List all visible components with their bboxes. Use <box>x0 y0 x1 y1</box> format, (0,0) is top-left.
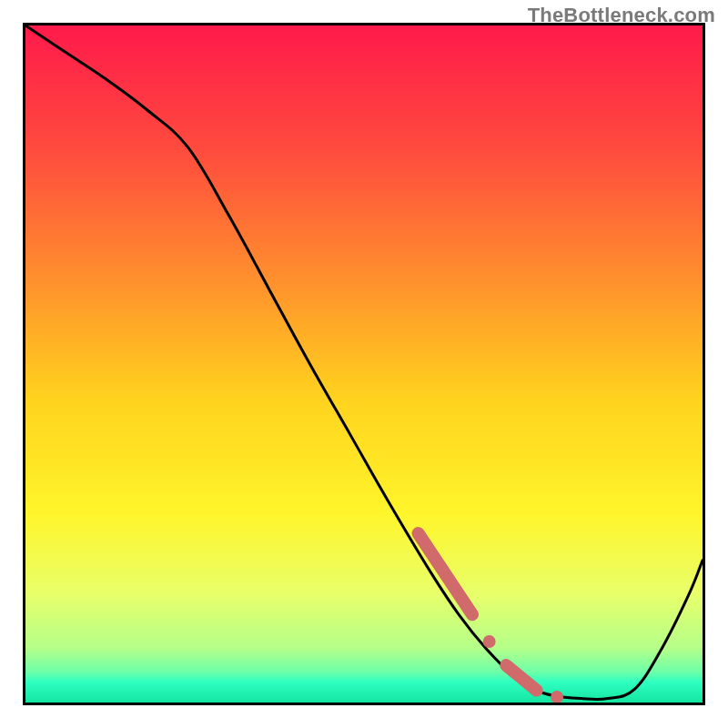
band-A <box>419 533 473 614</box>
dot-D <box>551 691 563 703</box>
band-C <box>506 665 536 691</box>
plot-frame <box>23 23 705 705</box>
dot-B <box>483 635 496 648</box>
bottleneck-curve <box>25 25 703 700</box>
chart-root: TheBottleneck.com <box>0 0 728 728</box>
plot-overlay <box>25 25 703 703</box>
marker-bands <box>419 533 537 691</box>
marker-dots <box>483 635 563 703</box>
